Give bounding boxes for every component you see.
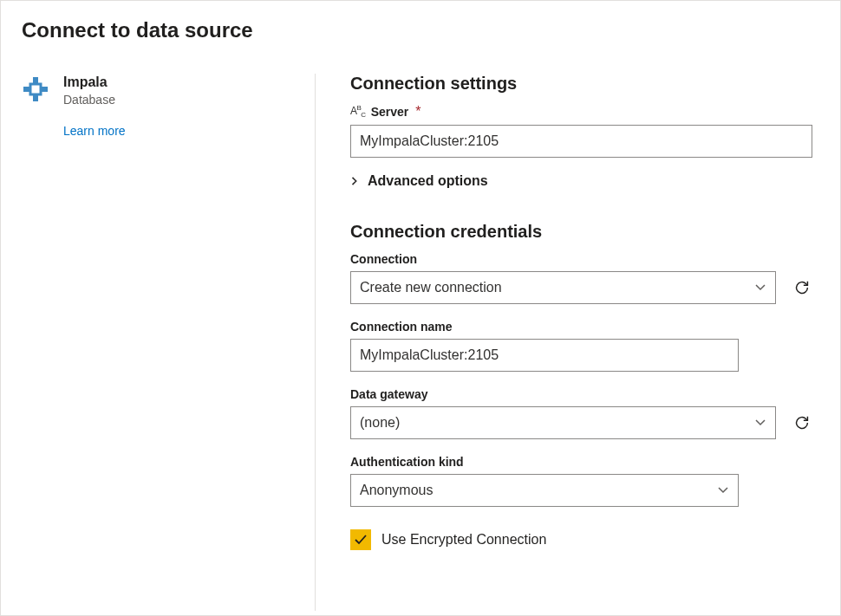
connection-label: Connection <box>350 252 812 266</box>
chevron-right-icon <box>350 177 359 185</box>
connector-text: Impala Database <box>63 74 115 108</box>
auth-kind-select-value: Anonymous <box>360 483 434 498</box>
server-label: Server <box>371 105 409 119</box>
gateway-label: Data gateway <box>350 387 812 401</box>
gateway-select[interactable]: (none) <box>350 406 776 439</box>
main-content: Connection settings ABC Server * Advance… <box>316 74 819 611</box>
encrypted-checkbox-label: Use Encrypted Connection <box>381 532 546 548</box>
gateway-select-value: (none) <box>360 415 400 431</box>
layout: Impala Database Learn more Connection se… <box>22 74 819 611</box>
encrypted-checkbox-row: Use Encrypted Connection <box>350 529 812 550</box>
connector-name: Impala <box>63 74 115 91</box>
advanced-options-toggle[interactable]: Advanced options <box>350 173 812 189</box>
impala-icon <box>22 75 49 103</box>
gateway-field: Data gateway (none) <box>350 387 812 439</box>
connection-name-field: Connection name <box>350 320 812 372</box>
required-indicator: * <box>415 104 420 120</box>
text-type-icon: ABC <box>350 105 366 119</box>
connection-select-value: Create new connection <box>360 280 502 295</box>
learn-more-link[interactable]: Learn more <box>63 124 126 138</box>
connector-category: Database <box>63 91 115 108</box>
sidebar: Impala Database Learn more <box>22 74 315 611</box>
connection-settings-heading: Connection settings <box>350 74 812 94</box>
page-title: Connect to data source <box>22 18 819 42</box>
connect-panel: Connect to data source Im <box>0 0 841 616</box>
refresh-connection-button[interactable] <box>792 277 812 298</box>
connection-credentials-heading: Connection credentials <box>350 222 812 242</box>
svg-rect-4 <box>30 84 41 94</box>
refresh-gateway-button[interactable] <box>792 412 812 433</box>
auth-kind-select[interactable]: Anonymous <box>350 474 739 507</box>
encrypted-checkbox[interactable] <box>350 529 371 550</box>
server-label-row: ABC Server * <box>350 104 812 120</box>
chevron-down-icon <box>754 282 766 294</box>
connection-name-input[interactable] <box>350 339 739 372</box>
connection-select[interactable]: Create new connection <box>350 271 776 304</box>
connection-field: Connection Create new connection <box>350 252 812 304</box>
auth-kind-field: Authentication kind Anonymous <box>350 455 812 507</box>
chevron-down-icon <box>754 417 766 429</box>
auth-kind-label: Authentication kind <box>350 455 812 469</box>
connection-name-label: Connection name <box>350 320 812 334</box>
connector-row: Impala Database <box>22 74 294 108</box>
chevron-down-icon <box>717 484 729 496</box>
server-input[interactable] <box>350 125 812 158</box>
advanced-options-label: Advanced options <box>368 173 488 189</box>
